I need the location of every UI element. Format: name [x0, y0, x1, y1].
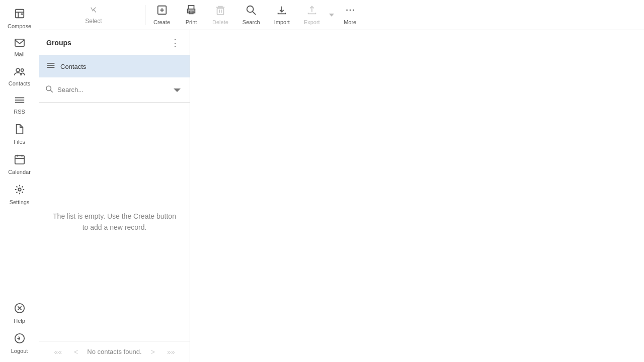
svg-point-38	[46, 86, 51, 90]
import-label: Import	[274, 19, 290, 25]
svg-point-29	[247, 6, 254, 13]
select-label: Select	[85, 18, 102, 25]
sidebar-item-rss[interactable]: RSS	[2, 92, 37, 118]
sidebar-item-contacts[interactable]: Contacts	[2, 62, 37, 89]
svg-line-39	[50, 90, 53, 93]
contacts-icon	[14, 66, 26, 79]
sidebar-item-settings-label: Settings	[10, 199, 30, 205]
print-icon	[186, 5, 197, 18]
search-button[interactable]: Search	[235, 2, 267, 28]
list-footer: «« < No contacts found. > »»	[39, 341, 190, 362]
sidebar: Compose Mail Contacts	[0, 0, 39, 362]
calendar-icon	[14, 154, 25, 167]
more-button[interactable]: More	[336, 2, 364, 28]
svg-rect-26	[217, 8, 224, 15]
groups-header: Groups ⋮	[39, 30, 190, 55]
sidebar-item-logout[interactable]: Logout	[2, 329, 37, 357]
svg-point-4	[16, 68, 20, 72]
svg-point-5	[21, 69, 23, 71]
empty-message-text: The list is empty. Use the Create button…	[53, 211, 176, 233]
list-empty-message: The list is empty. Use the Create button…	[39, 103, 190, 341]
delete-button[interactable]: Delete	[205, 2, 235, 28]
groups-more-button[interactable]: ⋮	[168, 35, 183, 50]
sidebar-item-files[interactable]: Files	[2, 120, 37, 148]
sidebar-item-compose-label: Compose	[8, 23, 31, 29]
svg-line-19	[94, 9, 96, 12]
svg-rect-9	[15, 156, 24, 164]
export-icon	[306, 5, 317, 18]
svg-rect-3	[15, 39, 24, 46]
sidebar-item-compose[interactable]: Compose	[2, 4, 37, 32]
svg-point-32	[346, 10, 348, 11]
search-label: Search	[243, 19, 260, 25]
sidebar-bottom: Help Logout	[0, 299, 39, 362]
sidebar-item-help-label: Help	[14, 318, 25, 324]
search-input[interactable]	[57, 86, 167, 94]
groups-panel: Groups ⋮ Contacts	[39, 30, 190, 362]
list-panel: The list is empty. Use the Create button…	[39, 77, 190, 362]
sidebar-item-rss-label: RSS	[14, 109, 25, 115]
sidebar-item-calendar-label: Calendar	[8, 169, 31, 175]
logout-icon	[14, 333, 25, 346]
svg-line-30	[253, 12, 256, 15]
create-button[interactable]: Create	[146, 2, 177, 28]
create-label: Create	[153, 19, 170, 25]
search-bar	[39, 77, 190, 103]
import-icon	[276, 5, 287, 18]
next-page-button[interactable]: >	[148, 346, 158, 358]
toolbar-divider-1	[145, 5, 145, 25]
prev-page-button[interactable]: <	[71, 346, 81, 358]
contacts-list-item[interactable]: Contacts	[39, 55, 190, 77]
delete-icon	[215, 5, 226, 18]
sidebar-item-mail[interactable]: Mail	[2, 34, 37, 60]
delete-label: Delete	[212, 19, 228, 25]
contacts-list-label: Contacts	[60, 63, 86, 70]
mail-icon	[14, 38, 25, 50]
last-page-button[interactable]: »»	[164, 346, 178, 358]
search-dropdown-button[interactable]	[171, 84, 184, 96]
import-button[interactable]: Import	[267, 2, 297, 28]
create-icon	[156, 5, 168, 18]
settings-icon	[14, 184, 25, 198]
detail-panel	[190, 30, 644, 362]
svg-point-13	[18, 188, 21, 191]
files-icon	[15, 124, 25, 137]
svg-point-34	[353, 10, 354, 11]
groups-title: Groups	[46, 39, 71, 47]
sidebar-item-logout-label: Logout	[11, 348, 28, 354]
sidebar-item-mail-label: Mail	[14, 51, 24, 57]
main-area: Select Create	[39, 0, 644, 362]
sidebar-item-contacts-label: Contacts	[9, 80, 30, 86]
select-button[interactable]: Select	[43, 3, 144, 28]
help-icon	[14, 303, 25, 316]
export-button[interactable]: Export	[297, 2, 327, 28]
print-label: Print	[186, 19, 197, 25]
compose-icon	[14, 8, 25, 22]
no-contacts-label: No contacts found.	[87, 348, 141, 355]
export-label: Export	[304, 19, 320, 25]
print-button[interactable]: Print	[177, 2, 205, 28]
search-bar-icon	[45, 85, 53, 95]
svg-point-33	[349, 10, 351, 11]
svg-marker-31	[329, 14, 334, 17]
sidebar-item-calendar[interactable]: Calendar	[2, 150, 37, 178]
sidebar-item-files-label: Files	[14, 139, 25, 145]
export-dropdown-arrow[interactable]	[327, 2, 336, 28]
sidebar-item-settings[interactable]: Settings	[2, 180, 37, 208]
search-icon	[246, 5, 257, 18]
select-icon	[89, 6, 98, 17]
more-label: More	[344, 19, 356, 25]
export-group: Export	[297, 2, 336, 28]
more-icon	[345, 5, 356, 18]
sidebar-item-help[interactable]: Help	[2, 299, 37, 327]
toolbar: Select Create	[39, 0, 644, 30]
contacts-list-icon	[46, 61, 55, 71]
first-page-button[interactable]: ««	[51, 346, 65, 358]
svg-rect-23	[189, 6, 194, 9]
content-area: Groups ⋮ Contacts	[39, 30, 644, 362]
svg-marker-40	[174, 88, 181, 92]
rss-icon	[14, 96, 25, 107]
